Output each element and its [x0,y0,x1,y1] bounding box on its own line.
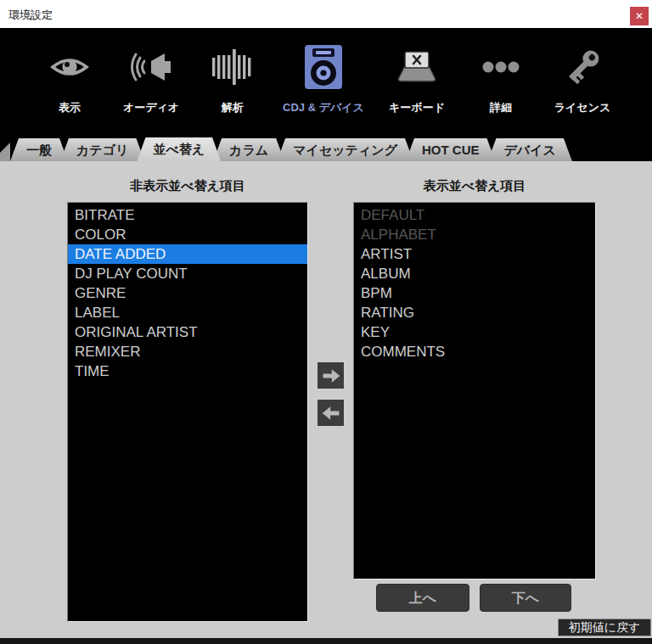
list-item[interactable]: BITRATE [68,205,307,225]
tab-my-settings[interactable]: マイセッティング [277,138,413,161]
tab-label: マイセッティング [293,143,397,157]
background-window-strip [0,638,652,644]
cdj-device-icon [304,40,343,94]
key-icon [561,40,604,94]
toolbar-label: 表示 [59,100,81,115]
toolbar-item-cdj-device[interactable]: CDJ & デバイス [273,40,374,115]
toolbar-label: ライセンス [554,100,611,115]
list-item-selected[interactable]: DATE ADDED [68,244,307,264]
toolbar-item-license[interactable]: ライセンス [542,40,623,115]
toolbar-item-analysis[interactable]: 解析 [192,40,273,115]
visible-sort-items-header: 表示並べ替え項目 [353,178,596,194]
reset-defaults-button[interactable]: 初期値に戻す [558,619,651,636]
list-item[interactable]: TIME [68,361,307,381]
list-item[interactable]: RATING [354,303,595,322]
list-item-disabled: DEFAULT [354,205,595,225]
tab-label: HOT CUE [422,143,480,157]
list-item[interactable]: DJ PLAY COUNT [68,264,307,283]
close-button[interactable]: ✕ [630,7,649,25]
tab-general[interactable]: 一般 [10,138,68,161]
tab-label: カテゴリ [76,143,128,157]
sort-settings-panel: 非表示並べ替え項目 表示並べ替え項目 BITRATE COLOR DATE AD… [0,161,652,644]
settings-toolbar: 表示 オーディオ [0,28,652,161]
tab-label: デバイス [503,143,555,157]
list-item[interactable]: GENRE [68,283,307,303]
list-item[interactable]: BPM [354,283,595,303]
toolbar-label: キーボード [389,100,445,115]
list-item-disabled: ALPHABET [354,225,595,244]
move-up-button[interactable]: 上へ [376,584,469,612]
list-item[interactable]: LABEL [68,303,307,322]
tab-column[interactable]: カラム [213,138,284,161]
tab-hot-cue[interactable]: HOT CUE [406,138,496,161]
ellipsis-icon [481,40,521,94]
toolbar-label: CDJ & デバイス [283,100,364,115]
toolbar-label: オーディオ [123,100,179,115]
tab-label: 一般 [26,143,52,157]
tab-edge-decoration [0,143,10,161]
eye-icon [49,40,90,94]
list-item[interactable]: COLOR [68,225,307,244]
list-item[interactable]: COMMENTS [354,342,595,361]
list-item[interactable]: ALBUM [354,264,595,283]
tab-device[interactable]: デバイス [487,138,571,161]
titlebar: 環境設定 ✕ [0,0,652,28]
list-item[interactable]: KEY [354,322,595,342]
arrow-left-icon [321,403,341,423]
hidden-sort-items-header: 非表示並べ替え項目 [67,178,308,194]
toolbar-item-audio[interactable]: オーディオ [110,40,192,115]
arrow-right-icon [321,366,341,386]
tab-label: 並べ替え [153,142,205,156]
window-title: 環境設定 [8,8,53,23]
close-icon: ✕ [635,10,644,22]
tab-sort[interactable]: 並べ替え [137,137,221,161]
toolbar-item-keyboard[interactable]: キーボード [374,40,460,115]
visible-sort-items-list[interactable]: DEFAULT ALPHABET ARTIST ALBUM BPM RATING… [353,202,596,580]
list-item[interactable]: ORIGINAL ARTIST [68,322,307,342]
toolbar-item-advanced[interactable]: 詳細 [460,40,542,115]
toolbar-label: 詳細 [490,100,512,115]
toolbar-item-view[interactable]: 表示 [29,40,110,115]
toolbar-label: 解析 [222,100,244,115]
keyboard-icon [394,40,440,94]
tab-category[interactable]: カテゴリ [60,138,144,161]
toolbar-items: 表示 オーディオ [0,28,652,115]
hidden-sort-items-list[interactable]: BITRATE COLOR DATE ADDED DJ PLAY COUNT G… [67,202,308,622]
tab-label: カラム [229,143,268,157]
analysis-bars-icon [211,40,255,94]
tab-bar: 一般 カテゴリ 並べ替え カラム マイセッティング HOT CUE デバイス [0,137,565,161]
move-left-button[interactable] [317,399,345,427]
list-item[interactable]: ARTIST [354,244,595,264]
list-item[interactable]: REMIXER [68,342,307,361]
preferences-dialog: 環境設定 ✕ 表示 [0,0,652,644]
move-right-button[interactable] [317,361,345,389]
move-down-button[interactable]: 下へ [480,584,571,612]
speaker-icon [130,40,172,94]
